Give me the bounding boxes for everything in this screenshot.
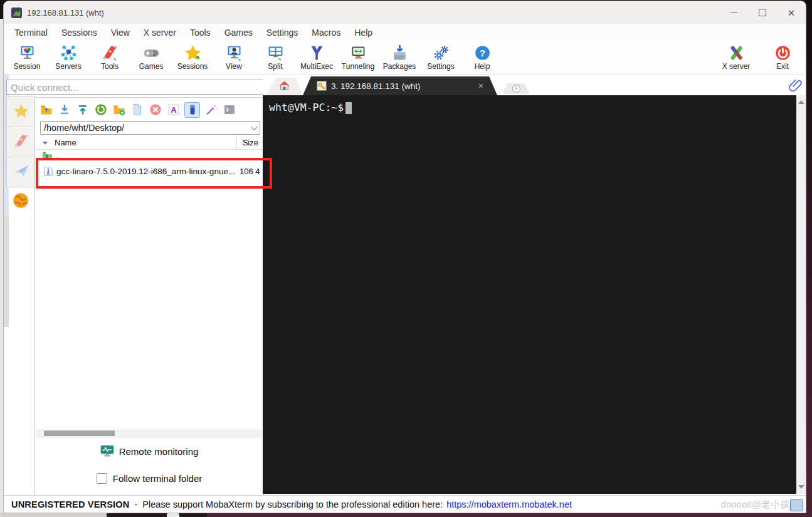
toolbar-label: Servers (55, 62, 81, 71)
menu-terminal[interactable]: Terminal (8, 25, 55, 40)
active-session-tab[interactable]: 3. 192.168.81.131 (wht) × (303, 76, 497, 95)
follow-terminal-folder-option[interactable]: Follow terminal folder (35, 473, 263, 484)
menu-settings[interactable]: Settings (260, 25, 305, 40)
annotation-highlight-box (36, 158, 272, 189)
menu-macros[interactable]: Macros (305, 25, 347, 40)
new-folder-button new-folder-icon[interactable] (112, 103, 126, 117)
delete-button delete-icon[interactable] (148, 103, 162, 117)
menu-xserver[interactable]: X server (137, 25, 183, 40)
minimize-button[interactable] (719, 1, 748, 24)
column-separator[interactable] (236, 138, 237, 148)
toolbar-tools-button[interactable]: Tools (89, 41, 130, 71)
menu-bar: Terminal Sessions View X server Tools Ga… (4, 24, 806, 41)
follow-terminal-checkbox[interactable] (97, 473, 107, 484)
toolbar-tunneling-button[interactable]: Tunneling (337, 41, 379, 71)
toolbar-label: Tunneling (342, 62, 374, 71)
quick-connect-input[interactable] (6, 80, 268, 95)
package-drive-icon (391, 43, 409, 62)
toolbar-label: Split (268, 62, 282, 71)
column-name[interactable]: Name (55, 138, 76, 147)
sort-arrow-icon (43, 142, 48, 145)
toolbar-exit-button[interactable]: Exit (767, 43, 798, 71)
swiss-knife-icon (101, 43, 119, 62)
toolbar-xserver-button[interactable]: X server (714, 43, 758, 71)
sidebar-tab-sessions[interactable] (6, 97, 36, 127)
remote-monitoring-icon (100, 445, 114, 457)
y-branch-icon (308, 43, 326, 62)
monitor-user-icon (225, 43, 243, 62)
attachments-button paperclip-icon[interactable] (789, 78, 803, 93)
home-tab[interactable] (266, 78, 302, 95)
desktop-bottom-gray (0, 513, 107, 517)
chevron-down-icon (251, 123, 258, 130)
close-button[interactable]: ✕ (777, 1, 806, 24)
follow-terminal-label: Follow terminal folder (113, 473, 203, 484)
plus-icon: + (512, 85, 520, 93)
toolbar-label: Help (475, 62, 490, 71)
toolbar-multiexec-button[interactable]: MultiExec (296, 41, 337, 71)
file-toolbar: A (39, 100, 236, 119)
sidebar-tabs (6, 97, 35, 187)
close-icon: ✕ (788, 8, 796, 18)
parent-folder-button folder-up-icon[interactable] (39, 103, 53, 117)
power-icon (774, 43, 792, 62)
terminal-screen[interactable]: wht@VM-PC:~$ (263, 95, 796, 494)
menu-help[interactable]: Help (347, 25, 379, 40)
current-path: /home/wht/Desktop/ (44, 123, 124, 133)
file-tracker-button tracker-icon[interactable] (184, 102, 200, 118)
monitor-tunnel-icon (349, 43, 367, 62)
rename-button rename-icon[interactable]: A (166, 103, 181, 117)
menu-view[interactable]: View (104, 25, 137, 40)
toolbar-session-button[interactable]: Session (6, 41, 48, 71)
column-size[interactable]: Size (243, 138, 258, 147)
menu-games[interactable]: Games (218, 25, 260, 40)
paper-plane-icon (13, 163, 29, 182)
status-dash: - (135, 499, 138, 509)
scroll-down-icon[interactable] (798, 485, 804, 489)
toolbar-servers-button[interactable]: Servers (48, 41, 89, 71)
watermark-text: dooooit@老小孩 (721, 499, 789, 511)
toolbar-split-button[interactable]: Split (255, 41, 296, 71)
sidebar-tab-macros[interactable] (6, 157, 36, 187)
svg-text:A: A (171, 105, 177, 115)
star-icon (184, 43, 202, 62)
download-button download-icon[interactable] (57, 103, 71, 117)
toolbar-help-button[interactable]: ? Help (461, 41, 503, 71)
toolbar-label: Settings (427, 62, 454, 71)
wand-button magic-wand-icon[interactable] (204, 103, 218, 117)
horizontal-scrollbar[interactable] (36, 429, 262, 438)
star-icon (13, 103, 29, 122)
title-bar: 192.168.81.131 (wht) ✕ (4, 1, 806, 24)
toolbar-games-button[interactable]: Games (130, 41, 172, 71)
sidebar-tab-tools[interactable] (6, 127, 36, 157)
svg-text:?: ? (479, 47, 485, 58)
terminal-button console-icon[interactable] (222, 103, 236, 117)
gears-icon (432, 43, 450, 62)
sftp-file-panel: A /home/wht/Desktop/ Name Size (34, 97, 264, 496)
upload-button upload-icon[interactable] (75, 103, 90, 117)
remote-monitoring-label: Remote monitoring (119, 446, 199, 457)
toolbar-sessions-button[interactable]: Sessions (172, 41, 213, 71)
tab-close-icon[interactable]: × (478, 81, 483, 91)
sidebar-tab-sftp[interactable] (11, 191, 30, 210)
question-circle-icon: ? (473, 43, 492, 62)
terminal-cursor (345, 102, 352, 114)
menu-sessions[interactable]: Sessions (55, 25, 104, 40)
toolbar-label: Session (14, 62, 41, 71)
new-tab-button[interactable]: + (502, 83, 530, 94)
toolbar-packages-button[interactable]: Packages (379, 41, 420, 71)
menu-tools[interactable]: Tools (183, 25, 218, 40)
refresh-button refresh-icon[interactable] (93, 103, 108, 117)
toolbar-label: Packages (383, 62, 416, 71)
mobatek-link[interactable]: https://mobaxterm.mobatek.net (446, 499, 572, 509)
terminal-scrollbar[interactable] (796, 95, 806, 494)
terminal-tab-bar: 3. 192.168.81.131 (wht) × + (263, 76, 806, 95)
scrollbar-thumb[interactable] (44, 431, 115, 436)
new-file-button new-file-icon[interactable] (130, 103, 144, 117)
toolbar-view-button[interactable]: View (213, 41, 255, 71)
remote-monitoring-button[interactable]: Remote monitoring (35, 445, 263, 457)
toolbar-settings-button[interactable]: Settings (420, 41, 461, 71)
scroll-up-icon[interactable] (798, 100, 804, 104)
maximize-button[interactable] (748, 1, 777, 24)
path-dropdown[interactable]: /home/wht/Desktop/ (40, 121, 260, 135)
